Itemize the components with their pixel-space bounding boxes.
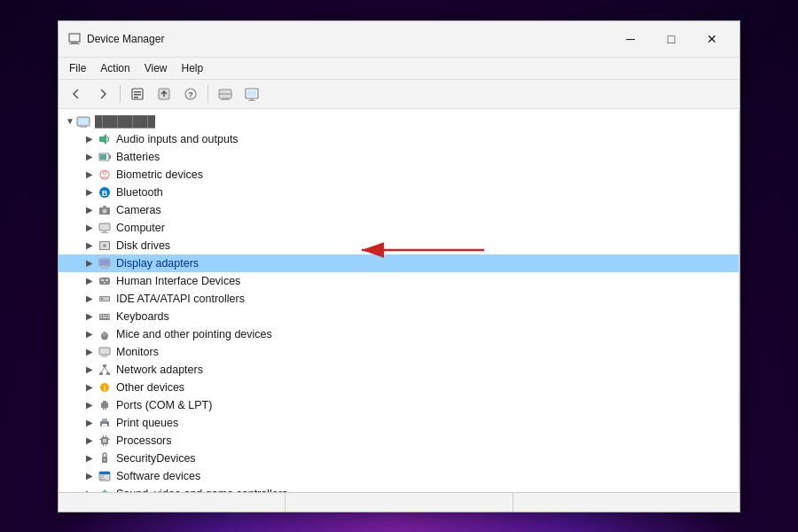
svg-rect-73 <box>103 408 105 410</box>
svg-rect-34 <box>101 232 108 233</box>
svg-rect-53 <box>106 315 107 317</box>
monitors-icon <box>98 345 112 359</box>
processors-icon <box>98 434 112 448</box>
expand-mice: ▶ <box>83 328 96 340</box>
keyboards-label: Keyboards <box>116 310 169 323</box>
biometric-label: Biometric devices <box>116 168 203 181</box>
tree-item-software[interactable]: ▶ Software devices <box>59 467 739 485</box>
back-button[interactable] <box>64 82 89 106</box>
tree-item-print[interactable]: ▶ Print queues <box>59 414 739 432</box>
status-section-2 <box>286 493 512 512</box>
forward-button[interactable] <box>90 82 115 106</box>
update-driver-button[interactable] <box>152 82 176 106</box>
audio-label: Audio inputs and outputs <box>116 133 239 145</box>
svg-rect-64 <box>103 364 106 367</box>
expand-processors: ▶ <box>83 434 96 447</box>
menu-help[interactable]: Help <box>175 59 211 77</box>
monitors-label: Monitors <box>116 346 159 358</box>
expand-audio: ▶ <box>83 133 96 145</box>
svg-rect-40 <box>103 266 106 268</box>
tree-item-display[interactable]: ▶ Display adapters <box>59 254 739 272</box>
toolbar: ? <box>59 80 739 109</box>
tree-item-biometric[interactable]: ▶ Biometric devices <box>59 166 739 184</box>
ports-label: Ports (COM & LPT) <box>116 399 212 411</box>
root-expand-icon: ▼ <box>64 115 76 128</box>
status-section-3 <box>513 493 739 512</box>
hid-icon <box>98 274 112 288</box>
tree-item-ide[interactable]: ▶ IDE ATA/ATAPI controllers <box>59 290 739 308</box>
expand-print: ▶ <box>83 417 96 429</box>
disk-label: Disk drives <box>116 239 170 252</box>
tree-item-other[interactable]: ▶ ! Other devices <box>59 379 739 396</box>
tree-item-monitors[interactable]: ▶ Monitors <box>59 343 739 361</box>
expand-ports: ▶ <box>83 399 96 411</box>
expand-keyboards: ▶ <box>83 310 96 323</box>
cameras-label: Cameras <box>116 204 161 216</box>
svg-rect-81 <box>99 439 101 440</box>
menu-bar: File Action View Help <box>59 58 739 80</box>
display-button[interactable] <box>239 82 264 106</box>
tree-item-bluetooth[interactable]: ▶ B Bluetooth <box>59 184 739 201</box>
tree-item-computer[interactable]: ▶ Computer <box>59 219 739 237</box>
ide-label: IDE ATA/ATAPI controllers <box>116 293 245 305</box>
status-section-1 <box>59 493 286 512</box>
tree-item-cameras[interactable]: ▶ Cameras <box>59 201 739 219</box>
expand-network: ▶ <box>83 364 96 376</box>
expand-computer: ▶ <box>83 222 96 234</box>
svg-rect-32 <box>99 223 110 231</box>
svg-rect-17 <box>247 90 256 97</box>
svg-rect-77 <box>102 424 107 427</box>
display-label: Display adapters <box>116 257 199 270</box>
bluetooth-icon: B <box>98 185 112 200</box>
tree-item-batteries[interactable]: ▶ Batteries <box>59 148 739 166</box>
window-title: Device Manager <box>87 33 610 45</box>
print-label: Print queues <box>116 417 178 429</box>
menu-file[interactable]: File <box>62 59 93 77</box>
svg-rect-4 <box>134 91 141 93</box>
audio-icon <box>98 132 112 146</box>
svg-rect-45 <box>106 279 108 281</box>
tree-item-keyboards[interactable]: ▶ Keyboards <box>59 308 739 325</box>
toolbar-separator-2 <box>207 85 208 103</box>
svg-rect-63 <box>101 356 108 356</box>
tree-item-processors[interactable]: ▶ Processors <box>59 432 739 450</box>
maximize-button[interactable]: □ <box>651 27 692 51</box>
menu-action[interactable]: Action <box>93 59 137 77</box>
security-icon <box>98 451 112 466</box>
svg-rect-91 <box>100 475 105 476</box>
computer-icon <box>98 221 112 235</box>
tree-item-hid[interactable]: ▶ Human Interface Devices <box>59 272 739 290</box>
help-button[interactable]: ? <box>178 82 203 106</box>
tree-root[interactable]: ▼ ████████ <box>59 113 739 130</box>
software-icon <box>98 469 112 483</box>
expand-ide: ▶ <box>83 293 96 305</box>
close-button[interactable]: ✕ <box>692 27 732 51</box>
tree-item-mice[interactable]: ▶ Mice and other pointing devices <box>59 325 739 343</box>
svg-rect-21 <box>99 137 103 142</box>
svg-rect-76 <box>102 419 107 421</box>
properties-button[interactable] <box>125 82 150 106</box>
minimize-button[interactable]: ─ <box>610 27 651 51</box>
svg-rect-85 <box>103 444 104 446</box>
menu-view[interactable]: View <box>137 59 175 77</box>
batteries-label: Batteries <box>116 151 160 163</box>
tree-item-disk[interactable]: ▶ Disk drives <box>59 237 739 254</box>
tree-item-audio[interactable]: ▶ Audio inputs and outputs <box>59 130 739 148</box>
tree-item-sound[interactable]: ▶ Sound, video and game controllers <box>59 485 739 492</box>
network-icon <box>98 363 112 377</box>
svg-text:?: ? <box>188 90 193 99</box>
expand-hid: ▶ <box>83 275 96 287</box>
svg-rect-2 <box>69 43 80 44</box>
svg-rect-83 <box>103 435 104 437</box>
svg-rect-66 <box>106 372 110 375</box>
tree-item-ports[interactable]: ▶ Ports (COM & LPT) <box>59 396 739 414</box>
disk-icon <box>98 239 112 253</box>
tree-item-network[interactable]: ▶ Network adapters <box>59 361 739 379</box>
tree-item-security[interactable]: ▶ SecurityDevices <box>59 450 739 467</box>
scan-button[interactable] <box>213 82 238 106</box>
svg-rect-16 <box>248 100 255 101</box>
expand-disk: ▶ <box>83 239 96 252</box>
svg-rect-61 <box>99 348 110 355</box>
svg-rect-15 <box>250 98 254 100</box>
mice-label: Mice and other pointing devices <box>116 328 272 340</box>
